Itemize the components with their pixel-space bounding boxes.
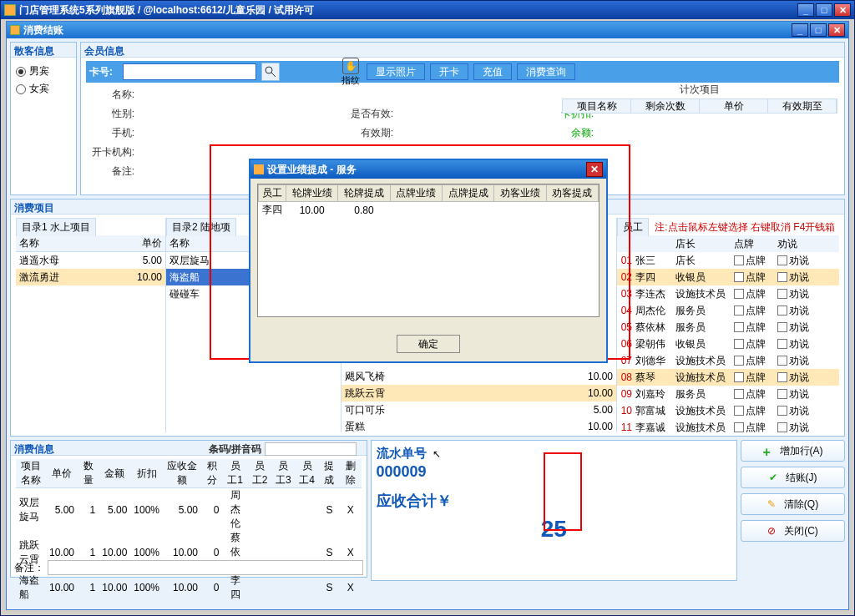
modal-ok-button[interactable]: 确定 — [397, 335, 460, 353]
modal-title-text: 设置业绩提成 - 服务 — [267, 163, 357, 177]
modal-icon — [254, 164, 264, 174]
modal-close-button[interactable]: ✕ — [586, 162, 603, 177]
commission-modal: 设置业绩提成 - 服务 ✕ 员工轮牌业绩轮牌提成点牌业绩点牌提成劝客业绩劝客提成… — [249, 159, 608, 363]
modal-emp-name: 李四 — [259, 202, 286, 219]
modal-backdrop: 设置业绩提成 - 服务 ✕ 员工轮牌业绩轮牌提成点牌业绩点牌提成劝客业绩劝客提成… — [0, 0, 855, 616]
